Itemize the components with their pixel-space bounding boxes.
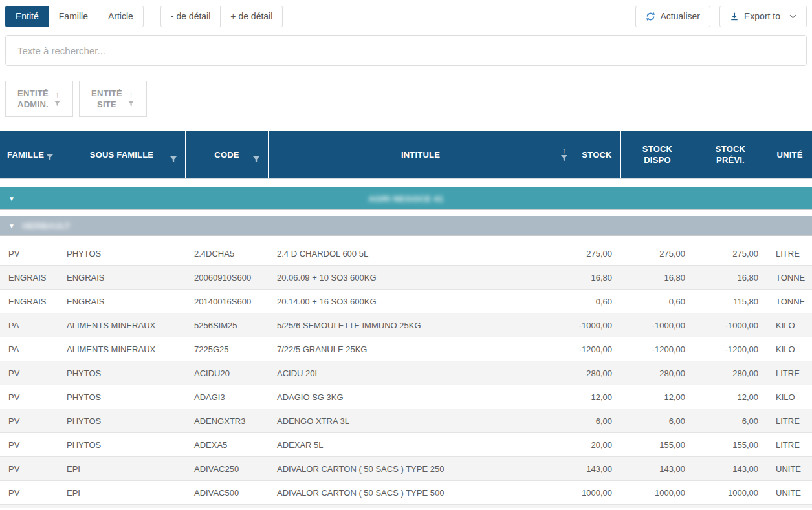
table-row[interactable]: PVEPIADIVAC250ADIVALOR CARTON ( 50 SACS … — [0, 457, 812, 481]
group-chip-label: ENTITÉ SITE — [91, 88, 122, 110]
cell-stock-dispo: 6,00 — [621, 409, 694, 432]
cell-stock-previ: 16,80 — [694, 266, 767, 289]
cell-code: ADEXA5 — [186, 433, 269, 456]
filter-funnel-icon[interactable] — [252, 156, 260, 164]
cell-stock-previ: 143,00 — [694, 457, 767, 480]
filter-funnel-icon[interactable] — [170, 156, 177, 164]
chip-icons: ↑ — [54, 91, 61, 107]
column-label: UNITÉ — [777, 149, 803, 160]
group-chip-label: ENTITÉ ADMIN. — [17, 88, 49, 110]
sort-up-icon[interactable]: ↑ — [129, 91, 133, 99]
table-row[interactable]: ENGRAISENGRAIS20060910S60020.06.09 + 10 … — [0, 266, 812, 290]
table-row[interactable]: PVPHYTOSADAGI3ADAGIO SG 3KG12,0012,0012,… — [0, 385, 812, 409]
cell-stock: -1000,00 — [573, 313, 621, 337]
stock-grid-app: Entité Famille Article - de détail + de … — [0, 0, 812, 510]
cell-stock-previ: 155,00 — [694, 433, 767, 456]
column-label: CODE — [214, 149, 239, 160]
cell-stock-dispo: 1000,00 — [621, 481, 694, 504]
detail-buttons: - de détail + de détail — [160, 6, 283, 27]
table-row[interactable]: PAALIMENTS MINERAUX5256SIM255/25/6 SEMOU… — [0, 313, 812, 337]
cell-unite: TONNE — [767, 266, 812, 289]
collapse-caret-icon[interactable]: ▼ — [8, 222, 15, 229]
cell-stock-dispo: -1200,00 — [621, 337, 694, 361]
more-detail-button[interactable]: + de détail — [220, 6, 283, 27]
cell-code: ADENGXTR3 — [186, 409, 269, 432]
cell-famille: PA — [0, 337, 58, 361]
table-row[interactable]: ENGRAISENGRAIS20140016S60020.14.00 + 16 … — [0, 290, 812, 313]
cell-code: 2.4DCHA5 — [186, 242, 269, 265]
group-row-entite-admin[interactable]: ▼ AGRI NEGOCE 41 — [0, 187, 812, 210]
group-chips: ENTITÉ ADMIN. ↑ ENTITÉ SITE ↑ — [0, 66, 812, 121]
column-label: STOCK PRÉVI. — [716, 143, 745, 165]
filter-funnel-icon[interactable] — [46, 154, 54, 162]
table-row[interactable]: PVPHYTOSACIDU20ACIDU 20L280,00280,00280,… — [0, 361, 812, 385]
cell-unite: LITRE — [767, 409, 812, 432]
cell-intitule: ADIVALOR CARTON ( 50 SACS ) TYPE 250 — [269, 457, 573, 480]
cell-sous-famille: PHYTOS — [58, 385, 186, 409]
chevron-down-icon — [789, 14, 796, 19]
cell-intitule: 5/25/6 SEMOULETTE IMMUNO 25KG — [269, 313, 573, 337]
cell-stock-dispo: 143,00 — [621, 457, 694, 480]
cell-sous-famille: EPI — [58, 481, 186, 504]
tab-entite[interactable]: Entité — [5, 6, 49, 27]
cell-unite: UNITE — [767, 481, 812, 504]
export-button[interactable]: Export to — [719, 6, 807, 27]
cell-stock-dispo: 275,00 — [621, 242, 694, 265]
cell-sous-famille: PHYTOS — [58, 409, 186, 432]
column-header-intitule[interactable]: INTITULE ↑ — [269, 131, 573, 178]
cell-famille: ENGRAIS — [0, 266, 58, 289]
filter-funnel-icon[interactable] — [127, 100, 135, 107]
refresh-icon — [646, 12, 655, 21]
tab-famille[interactable]: Famille — [49, 6, 98, 27]
cell-sous-famille: EPI — [58, 457, 186, 480]
cell-stock-dispo: -1000,00 — [621, 313, 694, 337]
cell-famille: PV — [0, 385, 58, 409]
spacer — [0, 179, 812, 187]
cell-unite: UNITE — [767, 457, 812, 480]
column-header-stock-dispo[interactable]: STOCK DISPO — [621, 131, 694, 178]
column-header-famille[interactable]: FAMILLE — [0, 131, 58, 178]
column-header-code[interactable]: CODE — [186, 131, 269, 178]
table-row[interactable]: PVPHYTOS2.4DCHA52.4 D CHARDOL 600 5L275,… — [0, 242, 812, 266]
tab-article[interactable]: Article — [98, 6, 144, 27]
cell-sous-famille: PHYTOS — [58, 361, 186, 385]
cell-stock-dispo: 12,00 — [621, 385, 694, 409]
column-header-unite[interactable]: UNITÉ — [767, 131, 812, 178]
cell-famille: PV — [0, 409, 58, 432]
cell-stock: 280,00 — [573, 361, 621, 385]
table-row[interactable]: PVEPIADIVAC500ADIVALOR CARTON ( 50 SACS … — [0, 481, 812, 505]
cell-code: 7225G25 — [186, 337, 269, 361]
table-row[interactable]: PVPHYTOSADENGXTR3ADENGO XTRA 3L6,006,006… — [0, 409, 812, 433]
cell-stock-previ: 1000,00 — [694, 481, 767, 504]
group-chip-entite-site[interactable]: ENTITÉ SITE ↑ — [79, 81, 147, 117]
table-body: PVPHYTOS2.4DCHA52.4 D CHARDOL 600 5L275,… — [0, 242, 812, 505]
cell-code: ADAGI3 — [186, 385, 269, 409]
column-header-stock[interactable]: STOCK — [573, 131, 621, 178]
table-row[interactable]: PVPHYTOSADEXA5ADEXAR 5L20,00155,00155,00… — [0, 433, 812, 457]
cell-intitule: 7/22/5 GRANULE 25KG — [269, 337, 573, 361]
cell-sous-famille: ALIMENTS MINERAUX — [58, 337, 186, 361]
cell-intitule: 20.06.09 + 10 SO3 600KG — [269, 266, 573, 289]
cell-famille: PV — [0, 481, 58, 504]
cell-intitule: ADIVALOR CARTON ( 50 SACS ) TYPE 500 — [269, 481, 573, 504]
sort-up-icon[interactable]: ↑ — [55, 91, 60, 99]
refresh-button[interactable]: Actualiser — [635, 6, 710, 27]
filter-funnel-icon[interactable] — [560, 154, 568, 162]
cell-code: 20140016S600 — [186, 290, 269, 313]
spacer — [0, 210, 812, 216]
export-label: Export to — [744, 11, 780, 21]
filter-funnel-icon[interactable] — [54, 100, 61, 107]
group-chip-entite-admin[interactable]: ENTITÉ ADMIN. ↑ — [5, 81, 73, 117]
cell-stock: 1000,00 — [573, 481, 621, 504]
column-header-stock-previ[interactable]: STOCK PRÉVI. — [694, 131, 767, 178]
sort-up-icon[interactable]: ↑ — [562, 147, 567, 154]
group-row-entite-site[interactable]: ▼ HERBAULT — [0, 216, 812, 236]
cell-intitule: 20.14.00 + 16 SO3 600KG — [269, 290, 573, 313]
table-row[interactable]: PAALIMENTS MINERAUX7225G257/22/5 GRANULE… — [0, 337, 812, 361]
cell-code: 20060910S600 — [186, 266, 269, 289]
cell-stock-previ: -1200,00 — [694, 337, 767, 361]
cell-stock: 143,00 — [573, 457, 621, 480]
less-detail-button[interactable]: - de détail — [160, 6, 221, 27]
search-input[interactable] — [5, 35, 807, 66]
column-header-sous-famille[interactable]: SOUS FAMILLE — [58, 131, 186, 178]
